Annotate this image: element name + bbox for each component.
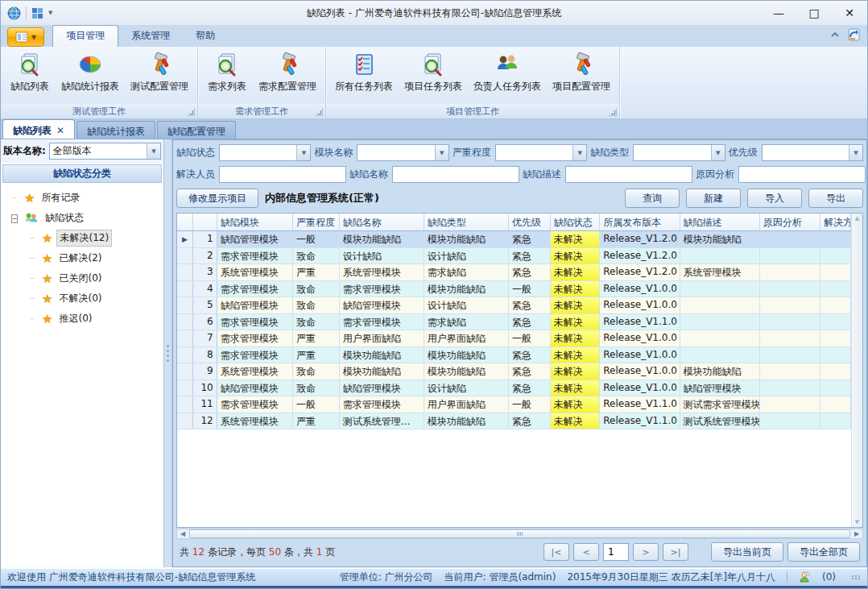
cell-缺陷描述[interactable] bbox=[680, 248, 760, 264]
maximize-button[interactable]: □ bbox=[796, 2, 832, 24]
cell-缺陷状态[interactable]: 未解决 bbox=[551, 380, 601, 396]
action-button-查询[interactable]: 查询 bbox=[625, 189, 680, 208]
cell-缺陷模块[interactable]: 系统管理模块 bbox=[217, 264, 293, 280]
cell-优先级[interactable]: 紧急 bbox=[509, 248, 551, 264]
cell-原因分析[interactable] bbox=[760, 330, 820, 346]
cell-缺陷状态[interactable]: 未解决 bbox=[551, 347, 601, 363]
ribbon-button-所有任务列表[interactable]: 所有任务列表 bbox=[329, 49, 399, 96]
cell-缺陷类型[interactable]: 模块功能缺陷 bbox=[424, 347, 509, 363]
ribbon-button-项目任务列表[interactable]: 项目任务列表 bbox=[399, 49, 468, 96]
cell-所属发布版本[interactable]: Release_V1.1.0 bbox=[600, 314, 680, 330]
cell-优先级[interactable]: 紧急 bbox=[509, 347, 551, 363]
column-header-缺陷模块[interactable]: 缺陷模块 bbox=[217, 214, 293, 230]
ribbon-button-缺陷列表[interactable]: 缺陷列表 bbox=[4, 49, 56, 96]
cell-缺陷类型[interactable]: 需求缺陷 bbox=[424, 264, 509, 280]
scroll-right-icon[interactable]: ▶ bbox=[851, 530, 862, 537]
combo-arrow-icon[interactable]: ▼ bbox=[711, 145, 725, 160]
cell-优先级[interactable]: 一般 bbox=[509, 330, 551, 346]
cell-解决方法[interactable] bbox=[820, 297, 851, 313]
cell-缺陷名称[interactable]: 缺陷管理模块 bbox=[340, 297, 424, 313]
cell-所属发布版本[interactable]: Release_V1.2.0 bbox=[600, 248, 680, 264]
tree-item-不解决(0)[interactable]: ┈★不解决(0) bbox=[9, 288, 163, 309]
layout-grid-icon[interactable] bbox=[31, 7, 43, 19]
cell-缺陷类型[interactable]: 设计缺陷 bbox=[424, 380, 509, 396]
combo-arrow-icon[interactable]: ▼ bbox=[296, 145, 310, 160]
dialog-launcher-icon[interactable] bbox=[187, 108, 195, 116]
cell-缺陷类型[interactable]: 用户界面缺陷 bbox=[424, 330, 509, 346]
messages-person-icon[interactable] bbox=[799, 571, 811, 583]
table-row[interactable]: 12系统管理模块严重测试系统管理…模块功能缺陷紧急未解决Release_V1.1… bbox=[177, 413, 851, 430]
cell-所属发布版本[interactable]: Release_V1.2.0 bbox=[600, 231, 680, 247]
cell-所属发布版本[interactable]: Release_V1.0.0 bbox=[600, 380, 680, 396]
cell-解决方法[interactable] bbox=[820, 248, 851, 264]
cell-缺陷状态[interactable]: 未解决 bbox=[551, 314, 601, 330]
tree-item-已关闭(0)[interactable]: ┈★已关闭(0) bbox=[9, 268, 163, 288]
table-row[interactable]: 4需求管理模块致命需求管理模块模块功能缺陷一般未解决Release_V1.0.0 bbox=[177, 281, 851, 298]
tree-expander-icon[interactable]: − bbox=[11, 214, 19, 223]
cell-缺陷描述[interactable]: 系统管理模块 bbox=[680, 264, 760, 280]
filter-input-缺陷名称[interactable] bbox=[392, 166, 519, 183]
cell-解决方法[interactable] bbox=[820, 363, 851, 380]
combo-arrow-icon[interactable]: ▼ bbox=[572, 145, 586, 160]
cell-缺陷类型[interactable]: 模块功能缺陷 bbox=[424, 413, 509, 429]
cell-缺陷名称[interactable]: 模块功能缺陷 bbox=[340, 363, 424, 380]
cell-所属发布版本[interactable]: Release_V1.0.0 bbox=[600, 281, 680, 297]
scroll-up-icon[interactable]: ▲ bbox=[855, 215, 859, 222]
ribbon-button-缺陷统计报表[interactable]: 缺陷统计报表 bbox=[56, 49, 125, 96]
tree-item-已解决(2)[interactable]: ┈★已解决(2) bbox=[9, 248, 163, 268]
ribbon-tab-2[interactable]: 帮助 bbox=[183, 26, 228, 47]
cell-所属发布版本[interactable]: Release_V1.2.0 bbox=[600, 264, 680, 280]
column-header-缺陷状态[interactable]: 缺陷状态 bbox=[551, 214, 601, 230]
qat-dropdown-caret[interactable]: ▼ bbox=[48, 10, 52, 16]
cell-严重程度[interactable]: 严重 bbox=[293, 264, 340, 280]
column-header-所属发布版本[interactable]: 所属发布版本 bbox=[600, 214, 680, 230]
cell-缺陷描述[interactable]: 测试需求管理模块 bbox=[680, 396, 760, 413]
cell-原因分析[interactable] bbox=[760, 297, 820, 313]
column-header-解决方法[interactable]: 解决方法 bbox=[820, 214, 851, 230]
filter-combo-缺陷状态[interactable]: ▼ bbox=[219, 144, 311, 161]
tree-item-所有记录[interactable]: ┈★所有记录 bbox=[9, 188, 163, 208]
cell-缺陷状态[interactable]: 未解决 bbox=[551, 231, 601, 247]
cell-缺陷名称[interactable]: 系统管理模块 bbox=[340, 264, 424, 280]
cell-缺陷名称[interactable]: 需求管理模块 bbox=[340, 281, 424, 297]
cell-所属发布版本[interactable]: Release_V1.0.0 bbox=[600, 297, 680, 313]
cell-优先级[interactable]: 一般 bbox=[509, 396, 551, 413]
cell-严重程度[interactable]: 致命 bbox=[293, 380, 340, 396]
action-button-导出[interactable]: 导出 bbox=[808, 189, 863, 208]
cell-严重程度[interactable]: 致命 bbox=[293, 248, 340, 264]
ribbon-button-负责人任务列表[interactable]: 负责人任务列表 bbox=[468, 49, 547, 96]
scroll-left-icon[interactable]: ◀ bbox=[177, 530, 188, 537]
cell-缺陷描述[interactable]: 模块功能缺陷 bbox=[680, 231, 760, 247]
column-header-缺陷描述[interactable]: 缺陷描述 bbox=[680, 214, 760, 230]
cell-缺陷描述[interactable] bbox=[680, 297, 760, 313]
prev-page-button[interactable]: < bbox=[573, 543, 599, 561]
tree-item-推迟(0)[interactable]: ┈★推迟(0) bbox=[9, 309, 163, 329]
cell-优先级[interactable]: 一般 bbox=[509, 281, 551, 297]
cell-严重程度[interactable]: 致命 bbox=[293, 363, 340, 380]
close-button[interactable]: ✕ bbox=[832, 2, 867, 24]
last-page-button[interactable]: >| bbox=[663, 543, 688, 561]
cell-严重程度[interactable]: 严重 bbox=[293, 347, 340, 363]
cell-严重程度[interactable]: 致命 bbox=[293, 314, 340, 330]
cell-缺陷状态[interactable]: 未解决 bbox=[551, 297, 601, 313]
doc-tab-缺陷统计报表[interactable]: 缺陷统计报表 bbox=[76, 121, 155, 139]
cell-缺陷模块[interactable]: 系统管理模块 bbox=[217, 413, 293, 429]
cell-缺陷名称[interactable]: 缺陷管理模块 bbox=[340, 380, 424, 396]
action-button-导入[interactable]: 导入 bbox=[747, 189, 802, 208]
dialog-launcher-icon[interactable] bbox=[609, 108, 617, 116]
ribbon-button-需求配置管理[interactable]: 需求配置管理 bbox=[253, 49, 322, 96]
column-header-缺陷名称[interactable]: 缺陷名称 bbox=[340, 214, 424, 230]
tab-close-icon[interactable]: ✕ bbox=[56, 125, 64, 136]
table-row[interactable]: 11需求管理模块一般需求管理模块用户界面缺陷一般未解决Release_V1.1.… bbox=[177, 396, 851, 413]
ribbon-tab-1[interactable]: 系统管理 bbox=[118, 26, 183, 47]
doc-tab-缺陷列表[interactable]: 缺陷列表✕ bbox=[2, 119, 75, 139]
minimize-button[interactable]: — bbox=[761, 2, 796, 24]
cell-优先级[interactable]: 紧急 bbox=[509, 380, 551, 396]
cell-缺陷类型[interactable]: 模块功能缺陷 bbox=[424, 231, 509, 247]
tree-item-缺陷状态[interactable]: −缺陷状态 bbox=[9, 208, 163, 228]
splitter-handle[interactable] bbox=[164, 139, 172, 567]
cell-解决方法[interactable] bbox=[820, 396, 851, 413]
cell-严重程度[interactable]: 严重 bbox=[293, 330, 340, 346]
scroll-down-icon[interactable]: ▼ bbox=[855, 519, 859, 525]
action-button-新建[interactable]: 新建 bbox=[686, 189, 741, 208]
